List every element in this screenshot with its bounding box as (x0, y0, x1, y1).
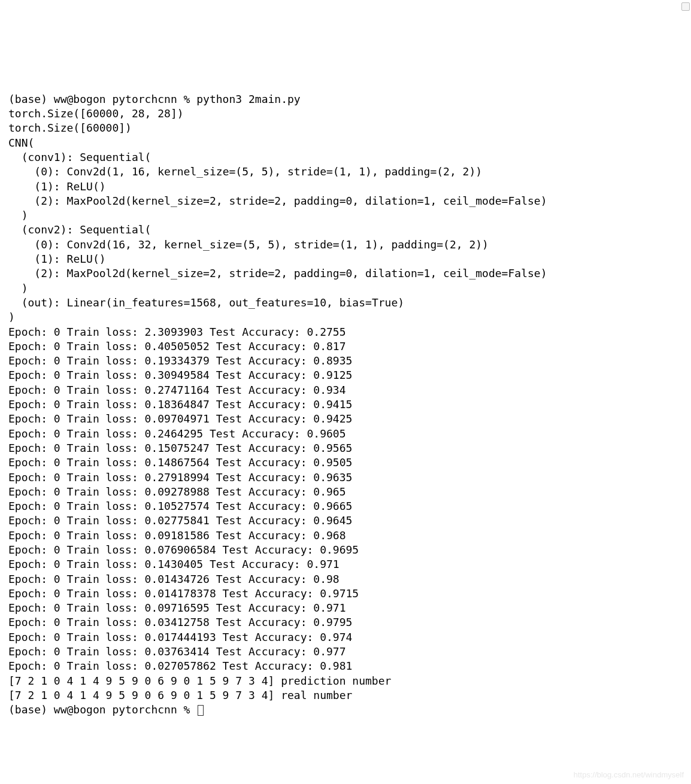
watermark-text: https://blog.csdn.net/windmyself (574, 770, 684, 780)
prompt-line: (base) ww@bogon pytorchcnn % python3 2ma… (8, 93, 301, 105)
prediction-output: [7 2 1 0 4 1 4 9 5 9 0 6 9 0 1 5 9 7 3 4… (8, 674, 391, 687)
model-summary-block: torch.Size([60000, 28, 28]) torch.Size([… (8, 107, 547, 323)
scroll-indicator-icon[interactable] (681, 2, 690, 11)
real-output: [7 2 1 0 4 1 4 9 5 9 0 6 9 0 1 5 9 7 3 4… (8, 689, 352, 701)
prompt-line-idle: (base) ww@bogon pytorchcnn % (8, 703, 196, 716)
cursor-icon (198, 705, 204, 716)
training-log-block: Epoch: 0 Train loss: 2.3093903 Test Accu… (8, 326, 359, 673)
terminal-output[interactable]: (base) ww@bogon pytorchcnn % python3 2ma… (8, 92, 683, 718)
